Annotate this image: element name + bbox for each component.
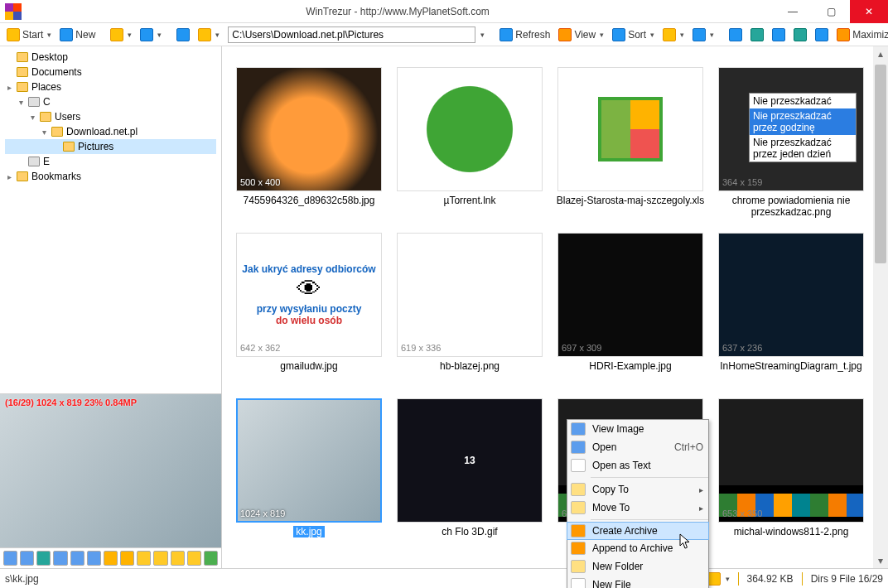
- close-button[interactable]: ✕: [850, 0, 888, 23]
- thumbnail[interactable]: 13: [397, 398, 543, 523]
- path-dropdown[interactable]: ▾: [480, 31, 485, 39]
- new-button[interactable]: New: [56, 27, 99, 43]
- tree-c[interactable]: ▾C: [5, 94, 216, 109]
- thumbnail[interactable]: [557, 67, 703, 191]
- pv-btn-3[interactable]: [36, 551, 51, 566]
- thumbnail-filename[interactable]: µTorrent.lnk: [444, 195, 496, 206]
- newfile-icon: [571, 578, 586, 588]
- copyto-icon: [571, 483, 586, 496]
- thumbnail-cell[interactable]: 13ch Flo 3D.gif: [391, 398, 548, 564]
- pv-btn-1[interactable]: [3, 551, 17, 566]
- tree-bookmarks[interactable]: ▸Bookmarks: [5, 169, 216, 184]
- scroll-down[interactable]: ▾: [873, 553, 888, 568]
- thumbnail-cell[interactable]: Nie przeszkadzaćNie przeszkadzać przez g…: [712, 67, 870, 233]
- thumbnail-cell[interactable]: 500 x 4007455964326_d89632c58b.jpg: [230, 67, 388, 233]
- tool1-button[interactable]: [726, 27, 746, 43]
- tree-documents[interactable]: Documents: [5, 65, 216, 80]
- folder-tree[interactable]: Desktop Documents ▸Places ▾C ▾Users ▾Dow…: [0, 46, 221, 394]
- ctx-new-folder[interactable]: New Folder: [567, 557, 708, 576]
- title-bar: WinTrezur - http://www.MyPlanetSoft.com …: [0, 0, 888, 23]
- thumbnail-image: [558, 234, 702, 356]
- pv-btn-4[interactable]: [53, 551, 67, 566]
- thumbnail[interactable]: 653 x 350: [718, 398, 864, 523]
- thumbnail-cell[interactable]: 619 x 336hb-blazej.png: [391, 233, 548, 398]
- thumbnail-filename[interactable]: gmailudw.jpg: [280, 360, 337, 372]
- thumbnail-filename[interactable]: InHomeStreamingDiagram_t.jpg: [720, 360, 861, 372]
- tree-dnp[interactable]: ▾Download.net.pl: [5, 124, 216, 139]
- pv-btn-7[interactable]: [104, 551, 118, 566]
- back-button[interactable]: [173, 27, 193, 43]
- thumbnail-filename[interactable]: Blazej-Starosta-maj-szczegoly.xls: [557, 195, 705, 206]
- thumbnail-image: [237, 399, 381, 522]
- thumbnail-filename[interactable]: ch Flo 3D.gif: [442, 526, 497, 537]
- tool4-button[interactable]: [790, 27, 810, 43]
- thumbnail-cell[interactable]: 1024 x 819kk.jpg: [230, 398, 388, 564]
- pv-btn-8[interactable]: [120, 551, 134, 566]
- pv-btn-2[interactable]: [20, 551, 34, 566]
- tree-users[interactable]: ▾Users: [5, 109, 216, 124]
- ctx-open[interactable]: OpenCtrl+O: [567, 438, 708, 456]
- ctx-move-to[interactable]: Move To▸: [567, 499, 708, 517]
- scroll-thumb[interactable]: [875, 65, 886, 263]
- pv-next[interactable]: [171, 551, 185, 566]
- tool2-button[interactable]: [747, 27, 767, 43]
- thumbnail-filename[interactable]: hb-blazej.png: [440, 360, 499, 372]
- thumbnail[interactable]: 637 x 236: [718, 233, 864, 357]
- scroll-up[interactable]: ▴: [873, 46, 888, 61]
- thumbnail-cell[interactable]: Blazej-Starosta-maj-szczegoly.xls: [552, 67, 709, 233]
- tree-desktop[interactable]: Desktop: [5, 50, 216, 65]
- thumbnail-filename[interactable]: michal-windows811-2.png: [734, 526, 849, 537]
- pv-btn-6[interactable]: [87, 551, 101, 566]
- preview-pane[interactable]: (16/29) 1024 x 819 23% 0.84MP: [0, 394, 221, 548]
- ctx-open-text[interactable]: Open as Text: [567, 456, 708, 475]
- pv-play[interactable]: [204, 551, 218, 566]
- vertical-scrollbar[interactable]: ▴ ▾: [873, 46, 888, 568]
- thumbnail[interactable]: 619 x 336: [397, 233, 543, 357]
- thumbnail[interactable]: 697 x 309: [557, 233, 703, 357]
- view-label: View: [574, 29, 596, 41]
- append-icon: [571, 542, 586, 555]
- path-input[interactable]: [228, 27, 475, 43]
- thumbnail-grid[interactable]: 500 x 4007455964326_d89632c58b.jpgµTorre…: [222, 46, 873, 568]
- pv-btn-5[interactable]: [70, 551, 84, 566]
- tree-e[interactable]: E: [5, 154, 216, 169]
- thumbnail-filename[interactable]: chrome powiadomienia nie przeszkadzac.pn…: [717, 195, 866, 218]
- copy-button[interactable]: ▾: [107, 27, 135, 43]
- ctx-view-image[interactable]: View Image: [567, 420, 708, 438]
- thumbnail-dims: 1024 x 819: [240, 508, 285, 518]
- refresh-button[interactable]: Refresh: [496, 27, 553, 43]
- thumbnail-cell[interactable]: 697 x 309HDRI-Example.jpg: [552, 233, 709, 398]
- thumbnail-cell[interactable]: Jak ukryć adresy odbiorców👁przy wysyłani…: [230, 233, 388, 398]
- filter-button[interactable]: ▾: [659, 27, 688, 43]
- pv-prev[interactable]: [153, 551, 167, 566]
- minimize-button[interactable]: —: [774, 0, 812, 23]
- thumbnail[interactable]: [397, 67, 543, 191]
- maximize-view-button[interactable]: Maximize: [833, 27, 888, 43]
- thumbnail-image: 13: [398, 399, 542, 522]
- tool3-button[interactable]: [769, 27, 789, 43]
- sort-button[interactable]: Sort▾: [609, 27, 658, 43]
- tool5-button[interactable]: [812, 27, 832, 43]
- tree-places[interactable]: ▸Places: [5, 80, 216, 94]
- thumbnail-cell[interactable]: 637 x 236InHomeStreamingDiagram_t.jpg: [712, 233, 870, 398]
- thumbnail[interactable]: 500 x 400: [236, 67, 382, 191]
- thumbnail-cell[interactable]: 653 x 350michal-windows811-2.png: [712, 398, 870, 564]
- thumbnail[interactable]: 1024 x 819: [236, 398, 382, 523]
- thumbnail-filename[interactable]: kk.jpg: [293, 526, 324, 537]
- thumbnail-cell[interactable]: µTorrent.lnk: [391, 67, 548, 233]
- pv-prev2[interactable]: [137, 551, 151, 566]
- thumbnail-filename[interactable]: HDRI-Example.jpg: [589, 360, 671, 372]
- pv-next2[interactable]: [187, 551, 201, 566]
- thumbnail[interactable]: Nie przeszkadzaćNie przeszkadzać przez g…: [718, 67, 864, 191]
- up-button[interactable]: ▾: [195, 27, 223, 43]
- view-button[interactable]: View▾: [555, 27, 607, 43]
- ctx-copy-to[interactable]: Copy To▸: [567, 480, 708, 499]
- tag-button[interactable]: ▾: [689, 27, 717, 43]
- thumbnail[interactable]: Jak ukryć adresy odbiorców👁przy wysyłani…: [236, 233, 382, 357]
- paste-button[interactable]: ▾: [137, 27, 165, 43]
- tree-pictures[interactable]: Pictures: [5, 139, 216, 154]
- maximize-button[interactable]: ▢: [812, 0, 850, 23]
- start-button[interactable]: Start▾: [3, 27, 55, 43]
- ctx-new-file[interactable]: New File: [567, 576, 708, 588]
- thumbnail-filename[interactable]: 7455964326_d89632c58b.jpg: [244, 195, 375, 206]
